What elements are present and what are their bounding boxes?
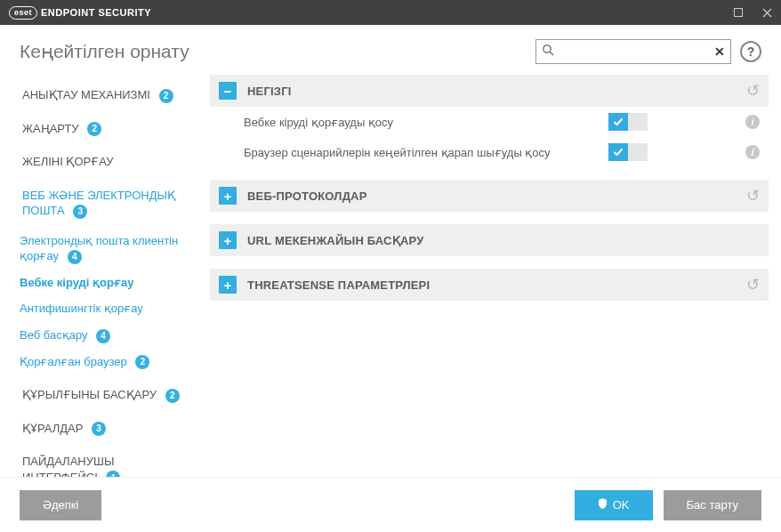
section-title: URL МЕКЕНЖАЙЫН БАСҚАРУ bbox=[247, 234, 423, 247]
row-enable-script-scan: Браузер сценарийлерін кеңейтілген қарап … bbox=[210, 137, 769, 167]
sidebar-item-label: ВЕБ ЖӘНЕ ЭЛЕКТРОНДЫҚ ПОШТА bbox=[22, 189, 175, 218]
maximize-icon bbox=[734, 8, 743, 17]
sidebar-item-tools[interactable]: ҚҰРАЛДАР 3 bbox=[0, 415, 203, 442]
sidebar-item-label: ПАЙДАЛАНУШЫ ИНТЕРФЕЙСІ bbox=[22, 455, 114, 477]
section-url-management: + URL МЕКЕНЖАЙЫН БАСҚАРУ bbox=[210, 224, 769, 256]
sidebar-badge: 4 bbox=[68, 250, 82, 264]
sidebar-item-web-email[interactable]: ВЕБ ЖӘНЕ ЭЛЕКТРОНДЫҚ ПОШТА 3 bbox=[0, 182, 203, 224]
button-label: Бас тарту bbox=[687, 498, 738, 512]
search-box[interactable]: ✕ bbox=[535, 39, 731, 64]
sidebar-badge: 3 bbox=[73, 205, 87, 219]
expand-icon[interactable]: + bbox=[219, 187, 237, 205]
sidebar-item-ui[interactable]: ПАЙДАЛАНУШЫ ИНТЕРФЕЙСІ 1 bbox=[0, 448, 203, 477]
sidebar-item-label: ЖАҢАРТУ bbox=[22, 122, 79, 135]
row-label: Браузер сценарийлерін кеңейтілген қарап … bbox=[244, 146, 608, 159]
search-area: ✕ ? bbox=[535, 39, 761, 64]
sidebar-item-label: ҚҰРАЛДАР bbox=[22, 422, 83, 435]
info-icon[interactable]: i bbox=[745, 115, 760, 129]
row-label: Вебке кіруді қорғауды қосу bbox=[244, 116, 608, 129]
svg-line-4 bbox=[550, 52, 553, 55]
section-title: THREATSENSE ПАРАМЕТРЛЕРІ bbox=[247, 278, 430, 292]
cancel-button[interactable]: Бас тарту bbox=[664, 490, 761, 520]
sidebar-item-secure-browser[interactable]: Қорғалған браузер 2 bbox=[0, 349, 203, 375]
default-button[interactable]: Әдепкі bbox=[20, 490, 101, 520]
info-icon[interactable]: i bbox=[745, 145, 760, 159]
button-label: Әдепкі bbox=[43, 498, 78, 512]
sidebar-item-label: Электрондық пошта клиентін қорғау bbox=[20, 234, 178, 263]
section-header-url-management[interactable]: + URL МЕКЕНЖАЙЫН БАСҚАРУ bbox=[210, 224, 769, 256]
sidebar-item-web-access[interactable]: Вебке кіруді қорғау bbox=[0, 270, 203, 296]
content: − НЕГІЗГІ ↺ Вебке кіруді қорғауды қосу i bbox=[203, 75, 781, 477]
row-enable-web-access: Вебке кіруді қорғауды қосу i bbox=[210, 107, 769, 137]
expand-icon[interactable]: + bbox=[219, 231, 237, 249]
sidebar-item-update[interactable]: ЖАҢАРТУ 2 bbox=[0, 116, 203, 142]
sidebar-item-email-client[interactable]: Электрондық пошта клиентін қорғау 4 bbox=[0, 228, 203, 270]
body: АНЫҚТАУ МЕХАНИЗМІ 2 ЖАҢАРТУ 2 ЖЕЛІНІ ҚОР… bbox=[0, 75, 781, 477]
help-button[interactable]: ? bbox=[740, 41, 761, 62]
reset-icon[interactable]: ↺ bbox=[746, 81, 760, 101]
toggle-script-scan[interactable] bbox=[608, 143, 648, 161]
check-icon bbox=[608, 113, 628, 131]
brand-eset: eset bbox=[9, 6, 37, 20]
toggle-off-side bbox=[628, 143, 648, 161]
ok-button[interactable]: OK bbox=[575, 490, 653, 520]
page-header: Кеңейтілген орнату ✕ ? bbox=[0, 25, 781, 75]
search-icon bbox=[542, 44, 554, 60]
sidebar-item-label: ЖЕЛІНІ ҚОРҒАУ bbox=[22, 155, 114, 168]
sidebar-item-label: Вебке кіруді қорғау bbox=[20, 276, 133, 289]
section-header-basic[interactable]: − НЕГІЗГІ ↺ bbox=[210, 75, 769, 107]
sidebar-badge: 2 bbox=[87, 122, 101, 136]
sidebar-item-label: Веб басқару bbox=[20, 328, 88, 342]
sidebar-badge: 2 bbox=[135, 355, 149, 369]
toggle-off-side bbox=[628, 113, 648, 131]
button-label: OK bbox=[613, 498, 630, 512]
svg-rect-0 bbox=[735, 9, 743, 17]
footer: Әдепкі OK Бас тарту bbox=[0, 477, 781, 532]
reset-icon[interactable]: ↺ bbox=[746, 186, 760, 206]
sidebar-item-web-control[interactable]: Веб басқару 4 bbox=[0, 322, 203, 349]
sidebar-item-device[interactable]: ҚҰРЫЛҒЫНЫ БАСҚАРУ 2 bbox=[0, 382, 203, 408]
toggle-web-access[interactable] bbox=[608, 113, 648, 131]
section-title: НЕГІЗГІ bbox=[247, 85, 292, 98]
sidebar-item-label: Антифишингтік қорғау bbox=[20, 302, 143, 315]
section-rows: Вебке кіруді қорғауды қосу i Браузер сце… bbox=[210, 107, 769, 167]
expand-icon[interactable]: + bbox=[219, 276, 237, 294]
close-icon bbox=[762, 8, 772, 18]
titlebar: eset ENDPOINT SECURITY bbox=[0, 0, 781, 25]
window-controls bbox=[724, 0, 781, 25]
sidebar-badge: 4 bbox=[96, 329, 110, 343]
search-input[interactable] bbox=[536, 40, 730, 63]
close-button[interactable] bbox=[753, 0, 781, 25]
sidebar-item-label: АНЫҚТАУ МЕХАНИЗМІ bbox=[22, 88, 150, 101]
brand-product: ENDPOINT SECURITY bbox=[41, 7, 151, 18]
brand: eset ENDPOINT SECURITY bbox=[9, 6, 151, 20]
sidebar-badge: 2 bbox=[159, 89, 173, 103]
section-title: ВЕБ-ПРОТОКОЛДАР bbox=[247, 189, 367, 203]
section-web-protocols: + ВЕБ-ПРОТОКОЛДАР ↺ bbox=[210, 180, 769, 212]
sidebar-item-label: ҚҰРЫЛҒЫНЫ БАСҚАРУ bbox=[22, 388, 157, 401]
section-header-web-protocols[interactable]: + ВЕБ-ПРОТОКОЛДАР ↺ bbox=[210, 180, 769, 212]
section-threatsense: + THREATSENSE ПАРАМЕТРЛЕРІ ↺ bbox=[210, 269, 769, 301]
section-basic: − НЕГІЗГІ ↺ Вебке кіруді қорғауды қосу i bbox=[210, 75, 769, 167]
sidebar-item-label: Қорғалған браузер bbox=[20, 355, 127, 368]
collapse-icon[interactable]: − bbox=[219, 82, 237, 100]
check-icon bbox=[608, 143, 628, 161]
sidebar-item-network[interactable]: ЖЕЛІНІ ҚОРҒАУ bbox=[0, 149, 203, 175]
sidebar-badge: 3 bbox=[92, 422, 106, 436]
sidebar-badge: 1 bbox=[106, 471, 120, 477]
page-title: Кеңейтілген орнату bbox=[20, 41, 189, 62]
sidebar: АНЫҚТАУ МЕХАНИЗМІ 2 ЖАҢАРТУ 2 ЖЕЛІНІ ҚОР… bbox=[0, 75, 203, 477]
search-clear-icon[interactable]: ✕ bbox=[714, 44, 725, 59]
sidebar-badge: 2 bbox=[165, 389, 180, 403]
reset-icon[interactable]: ↺ bbox=[746, 275, 760, 294]
sidebar-item-antiphishing[interactable]: Антифишингтік қорғау bbox=[0, 295, 203, 322]
maximize-button[interactable] bbox=[724, 0, 753, 25]
svg-point-3 bbox=[543, 45, 551, 52]
shield-icon bbox=[598, 498, 608, 512]
sidebar-item-detection[interactable]: АНЫҚТАУ МЕХАНИЗМІ 2 bbox=[0, 82, 203, 109]
section-header-threatsense[interactable]: + THREATSENSE ПАРАМЕТРЛЕРІ ↺ bbox=[210, 269, 769, 301]
